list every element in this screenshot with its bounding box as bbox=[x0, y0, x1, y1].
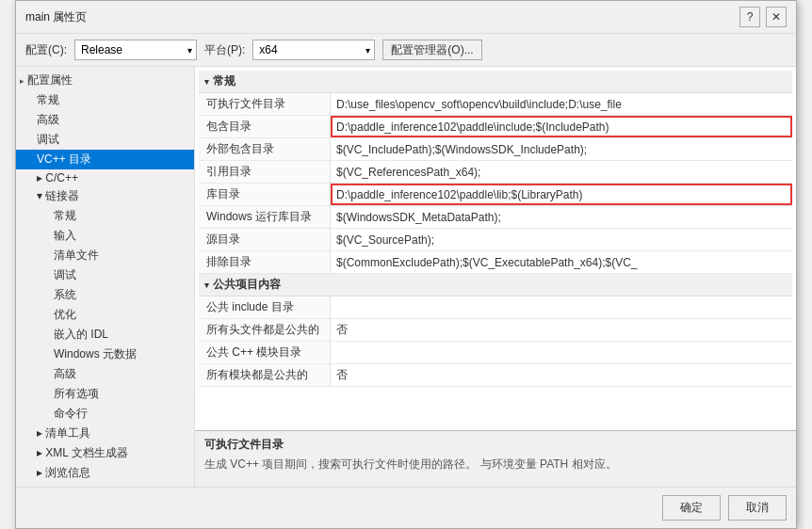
prop-value[interactable]: $(VC_IncludePath);$(WindowsSDK_IncludePa… bbox=[331, 138, 792, 160]
prop-name: Windows 运行库目录 bbox=[199, 206, 331, 228]
properties-table: ▾ 常规 可执行文件目录 D:\use_files\opencv_soft\op… bbox=[195, 67, 796, 430]
sidebar-item-linker-idl[interactable]: 嵌入的 IDL bbox=[16, 325, 194, 345]
section-arrow: ▾ bbox=[204, 281, 209, 290]
general-section-label: 常规 bbox=[213, 73, 235, 89]
prop-row-all-headers-public: 所有头文件都是公共的 否 bbox=[199, 319, 792, 342]
prop-value[interactable]: D:\paddle_inference102\paddle\lib;$(Libr… bbox=[331, 184, 792, 205]
prop-row-winruntime: Windows 运行库目录 $(WindowsSDK_MetaDataPath)… bbox=[199, 206, 792, 229]
sidebar-item-linker-advanced2[interactable]: 高级 bbox=[16, 364, 194, 384]
sidebar-item-linker-general[interactable]: 常规 bbox=[16, 206, 194, 226]
prop-name: 公共 C++ 模块目录 bbox=[199, 342, 331, 363]
help-button[interactable]: ? bbox=[739, 7, 760, 27]
sidebar-item-label: ▸ 浏览信息 bbox=[20, 465, 90, 481]
sidebar-item-label: 所有选项 bbox=[20, 386, 99, 402]
prop-value[interactable]: D:\use_files\opencv_soft\opencv\build\in… bbox=[331, 93, 792, 115]
sidebar-item-label: 清单文件 bbox=[20, 248, 99, 264]
prop-row-external-include: 外部包含目录 $(VC_IncludePath);$(WindowsSDK_In… bbox=[199, 138, 792, 161]
prop-name: 引用目录 bbox=[199, 161, 331, 183]
main-dialog: main 属性页 ? ✕ 配置(C): Release 平台(P): x64 配… bbox=[15, 0, 797, 529]
config-dropdown[interactable]: Release bbox=[74, 40, 197, 60]
prop-value[interactable]: $(VC_SourcePath); bbox=[331, 229, 792, 250]
main-content: ▸ 配置属性 常规 高级 调试 VC++ 目录 ▸ C/C++ ▾ 链接器 bbox=[16, 67, 796, 487]
cancel-button[interactable]: 取消 bbox=[728, 495, 787, 521]
sidebar-item-vc-dirs[interactable]: VC++ 目录 bbox=[16, 150, 194, 169]
sidebar-item-advanced[interactable]: 高级 bbox=[16, 110, 194, 130]
config-value: Release bbox=[81, 43, 122, 56]
footer: 确定 取消 bbox=[16, 487, 796, 528]
expand-arrow: ▸ bbox=[20, 76, 24, 86]
prop-name: 源目录 bbox=[199, 229, 331, 250]
dialog-title: main 属性页 bbox=[25, 9, 87, 25]
sidebar-item-browse-info[interactable]: ▸ 浏览信息 bbox=[16, 463, 194, 483]
manager-button[interactable]: 配置管理器(O)... bbox=[382, 40, 481, 60]
close-button[interactable]: ✕ bbox=[766, 7, 787, 27]
description-text: 生成 VC++ 项目期间，搜索可执行文件时使用的路径。 与环境变量 PATH 相… bbox=[204, 457, 787, 473]
prop-value[interactable] bbox=[331, 297, 792, 318]
sidebar-item-label: 高级 bbox=[20, 366, 76, 382]
prop-row-all-modules-public: 所有模块都是公共的 否 bbox=[199, 364, 792, 387]
sidebar-item-label: 优化 bbox=[20, 307, 76, 323]
prop-name: 所有头文件都是公共的 bbox=[199, 319, 331, 341]
sidebar-item-linker[interactable]: ▾ 链接器 bbox=[16, 186, 194, 206]
prop-row-reference: 引用目录 $(VC_ReferencesPath_x64); bbox=[199, 161, 792, 184]
sidebar-item-linker-winmeta[interactable]: Windows 元数据 bbox=[16, 345, 194, 364]
sidebar-item-linker-debug[interactable]: 调试 bbox=[16, 265, 194, 285]
public-section-label: 公共项目内容 bbox=[213, 277, 281, 293]
prop-name: 所有模块都是公共的 bbox=[199, 364, 331, 386]
sidebar-item-linker-manifest[interactable]: 清单文件 bbox=[16, 246, 194, 265]
prop-value[interactable]: 否 bbox=[331, 319, 792, 341]
prop-value[interactable]: D:\paddle_inference102\paddle\include;$(… bbox=[331, 116, 792, 137]
sidebar-item-label: VC++ 目录 bbox=[20, 152, 91, 168]
prop-row-exclude: 排除目录 $(CommonExcludePath);$(VC_Executabl… bbox=[199, 251, 792, 274]
platform-dropdown[interactable]: x64 bbox=[252, 40, 375, 60]
general-section-header[interactable]: ▾ 常规 bbox=[199, 71, 792, 93]
sidebar-item-config-props[interactable]: ▸ 配置属性 bbox=[16, 71, 194, 90]
prop-value[interactable]: $(WindowsSDK_MetaDataPath); bbox=[331, 206, 792, 228]
prop-name: 外部包含目录 bbox=[199, 138, 331, 160]
sidebar-item-label: 嵌入的 IDL bbox=[20, 327, 108, 343]
description-panel: 可执行文件目录 生成 VC++ 项目期间，搜索可执行文件时使用的路径。 与环境变… bbox=[195, 430, 796, 487]
prop-row-source: 源目录 $(VC_SourcePath); bbox=[199, 229, 792, 251]
prop-row-executable: 可执行文件目录 D:\use_files\opencv_soft\opencv\… bbox=[199, 93, 792, 116]
sidebar-item-general[interactable]: 常规 bbox=[16, 90, 194, 110]
sidebar-item-manifest-tool[interactable]: ▸ 清单工具 bbox=[16, 424, 194, 443]
sidebar-item-label: ▸ XML 文档生成器 bbox=[20, 445, 128, 461]
prop-value[interactable] bbox=[331, 342, 792, 363]
sidebar-item-cpp[interactable]: ▸ C/C++ bbox=[16, 169, 194, 186]
sidebar-item-label: ▸ C/C++ bbox=[20, 171, 78, 184]
section-arrow: ▾ bbox=[204, 77, 209, 87]
platform-label: 平台(P): bbox=[204, 42, 245, 58]
sidebar-item-linker-optimize[interactable]: 优化 bbox=[16, 305, 194, 325]
prop-name: 公共 include 目录 bbox=[199, 297, 331, 318]
prop-row-cpp-module: 公共 C++ 模块目录 bbox=[199, 342, 792, 364]
sidebar-item-label: ▾ 链接器 bbox=[20, 188, 79, 204]
public-section-header[interactable]: ▾ 公共项目内容 bbox=[199, 274, 792, 297]
sidebar-item-label: 常规 bbox=[20, 208, 76, 224]
description-title: 可执行文件目录 bbox=[204, 437, 787, 453]
sidebar-item-linker-cmdline[interactable]: 命令行 bbox=[16, 404, 194, 424]
sidebar-item-label: 高级 bbox=[20, 112, 59, 128]
config-label: 配置(C): bbox=[25, 42, 67, 58]
sidebar-item-xml-generator[interactable]: ▸ XML 文档生成器 bbox=[16, 443, 194, 463]
sidebar-item-linker-alloptions[interactable]: 所有选项 bbox=[16, 384, 194, 404]
sidebar-item-label: 配置属性 bbox=[27, 72, 73, 88]
sidebar-item-label: 命令行 bbox=[20, 406, 88, 422]
prop-value[interactable]: 否 bbox=[331, 364, 792, 386]
title-bar-buttons: ? ✕ bbox=[739, 7, 787, 27]
sidebar-item-linker-system[interactable]: 系统 bbox=[16, 285, 194, 305]
sidebar-item-label: 系统 bbox=[20, 287, 76, 303]
prop-name: 排除目录 bbox=[199, 251, 331, 273]
sidebar-item-linker-input[interactable]: 输入 bbox=[16, 226, 194, 246]
prop-name: 可执行文件目录 bbox=[199, 93, 331, 115]
platform-value: x64 bbox=[259, 43, 277, 56]
sidebar-item-label: 调试 bbox=[20, 132, 59, 148]
prop-row-include: 包含目录 D:\paddle_inference102\paddle\inclu… bbox=[199, 116, 792, 138]
prop-name: 库目录 bbox=[199, 184, 331, 205]
toolbar-row: 配置(C): Release 平台(P): x64 配置管理器(O)... bbox=[16, 34, 796, 67]
right-panel: ▾ 常规 可执行文件目录 D:\use_files\opencv_soft\op… bbox=[195, 67, 796, 487]
sidebar-item-debug[interactable]: 调试 bbox=[16, 130, 194, 150]
prop-value[interactable]: $(VC_ReferencesPath_x64); bbox=[331, 161, 792, 183]
ok-button[interactable]: 确定 bbox=[662, 495, 721, 521]
prop-row-library: 库目录 D:\paddle_inference102\paddle\lib;$(… bbox=[199, 184, 792, 206]
prop-value[interactable]: $(CommonExcludePath);$(VC_ExecutablePath… bbox=[331, 251, 792, 273]
